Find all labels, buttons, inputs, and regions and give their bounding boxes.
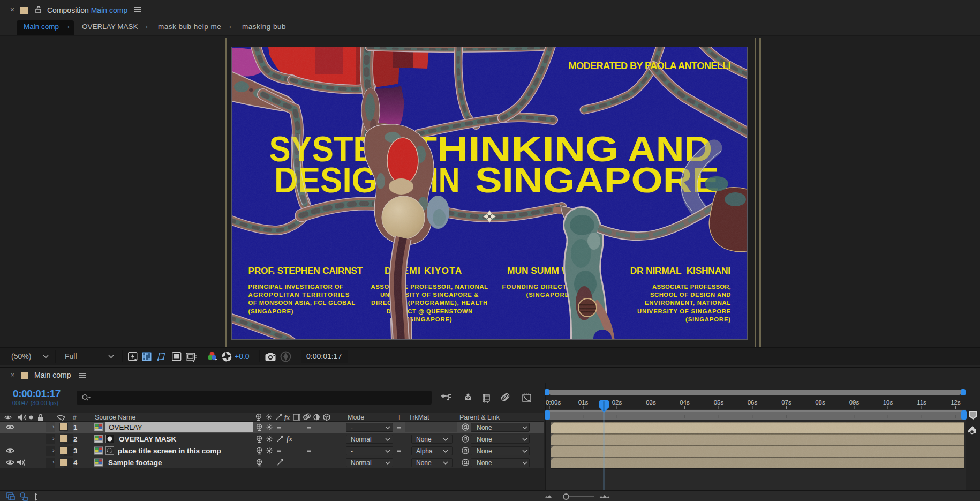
svg-text:09s: 09s: [849, 399, 860, 406]
svg-text:05s: 05s: [714, 399, 724, 406]
svg-text:01s: 01s: [578, 399, 589, 406]
svg-text:04s: 04s: [680, 399, 690, 406]
svg-text:0:00s: 0:00s: [546, 399, 561, 406]
svg-text:06s: 06s: [748, 399, 758, 406]
svg-text:fx: fx: [284, 414, 290, 421]
svg-text:12s: 12s: [951, 399, 961, 406]
svg-text:08s: 08s: [815, 399, 825, 406]
svg-text:07s: 07s: [781, 399, 791, 406]
svg-text:03s: 03s: [646, 399, 656, 406]
svg-text:11s: 11s: [917, 399, 926, 406]
svg-text:02s: 02s: [612, 399, 622, 406]
svg-text:10s: 10s: [883, 399, 893, 406]
